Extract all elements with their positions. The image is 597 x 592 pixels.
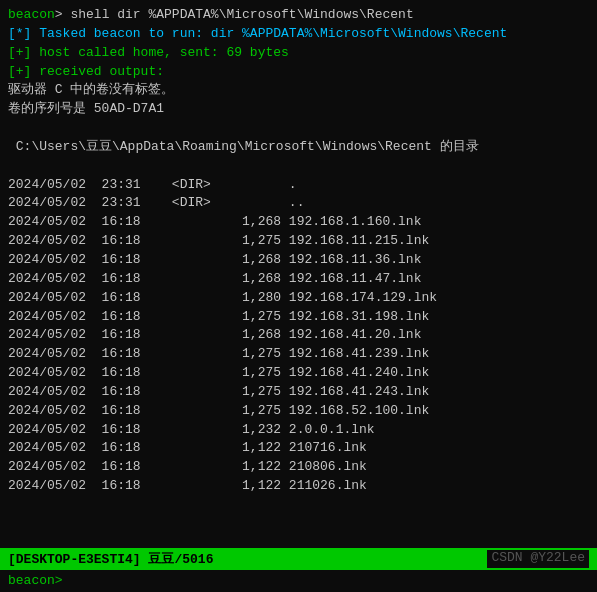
blank-1 <box>8 119 589 138</box>
dir-row-0: 2024/05/02 23:31 <DIR> . <box>8 176 589 195</box>
dir-row-2: 2024/05/02 16:18 1,268 192.168.1.160.lnk <box>8 213 589 232</box>
dir-row-7: 2024/05/02 16:18 1,275 192.168.31.198.ln… <box>8 308 589 327</box>
dir-row-1: 2024/05/02 23:31 <DIR> .. <box>8 194 589 213</box>
bottom-prompt-line[interactable]: beacon> <box>8 573 63 588</box>
output-2: 卷的序列号是 50AD-D7A1 <box>8 100 589 119</box>
tasked-line: [*] Tasked beacon to run: dir %APPDATA%\… <box>8 25 589 44</box>
dir-row-9: 2024/05/02 16:18 1,275 192.168.41.239.ln… <box>8 345 589 364</box>
dir-row-11: 2024/05/02 16:18 1,275 192.168.41.243.ln… <box>8 383 589 402</box>
dir-row-16: 2024/05/02 16:18 1,122 211026.lnk <box>8 477 589 496</box>
dir-row-8: 2024/05/02 16:18 1,268 192.168.41.20.lnk <box>8 326 589 345</box>
status-bar: [DESKTOP-E3ESTI4] 豆豆/5016 CSDN @Y22Lee <box>0 548 597 570</box>
host-line: [+] host called home, sent: 69 bytes <box>8 44 589 63</box>
dir-row-15: 2024/05/02 16:18 1,122 210806.lnk <box>8 458 589 477</box>
command-prompt: beacon> shell dir %APPDATA%\Microsoft\Wi… <box>8 6 589 25</box>
output-1: 驱动器 C 中的卷没有标签。 <box>8 81 589 100</box>
dir-row-13: 2024/05/02 16:18 1,232 2.0.0.1.lnk <box>8 421 589 440</box>
dir-row-3: 2024/05/02 16:18 1,275 192.168.11.215.ln… <box>8 232 589 251</box>
beacon-label: beacon <box>8 7 55 22</box>
dir-row-4: 2024/05/02 16:18 1,268 192.168.11.36.lnk <box>8 251 589 270</box>
blank-2 <box>8 157 589 176</box>
prompt-arrow: > <box>55 7 71 22</box>
terminal-window: beacon> shell dir %APPDATA%\Microsoft\Wi… <box>0 0 597 592</box>
status-left: [DESKTOP-E3ESTI4] 豆豆/5016 <box>8 550 213 568</box>
dir-row-5: 2024/05/02 16:18 1,268 192.168.11.47.lnk <box>8 270 589 289</box>
status-right: CSDN @Y22Lee <box>487 550 589 568</box>
dir-row-14: 2024/05/02 16:18 1,122 210716.lnk <box>8 439 589 458</box>
dir-row-12: 2024/05/02 16:18 1,275 192.168.52.100.ln… <box>8 402 589 421</box>
command-text: shell dir %APPDATA%\Microsoft\Windows\Re… <box>70 7 413 22</box>
dir-row-6: 2024/05/02 16:18 1,280 192.168.174.129.l… <box>8 289 589 308</box>
received-line: [+] received output: <box>8 63 589 82</box>
bottom-beacon-label: beacon> <box>8 573 63 588</box>
dir-header: C:\Users\豆豆\AppData\Roaming\Microsoft\Wi… <box>8 138 589 157</box>
dir-row-10: 2024/05/02 16:18 1,275 192.168.41.240.ln… <box>8 364 589 383</box>
